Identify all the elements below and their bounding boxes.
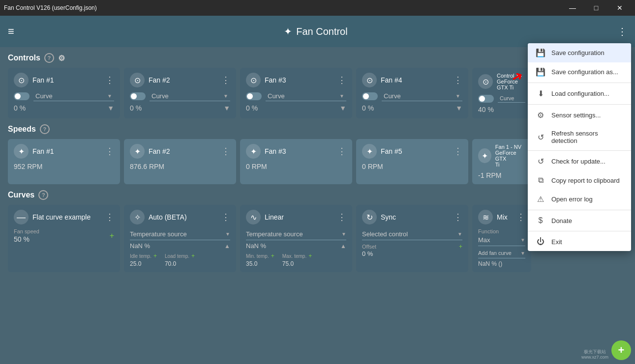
speed-card-header-fan1: ✦ Fan #1 ⋮ <box>14 144 114 159</box>
linear-icon: ∿ <box>246 210 261 224</box>
menu-item-check-update[interactable]: ↺ Check for update... <box>528 152 631 171</box>
fan1-pct-row: 0 % ▼ <box>14 104 114 112</box>
fan1-dropdown[interactable]: Curve ▼ <box>33 91 114 101</box>
minimize-button[interactable]: — <box>561 0 584 16</box>
sfan1-menu-icon[interactable]: ⋮ <box>105 146 114 157</box>
auto-idle-plus[interactable]: + <box>153 252 157 259</box>
fan3-expand-icon[interactable]: ▼ <box>339 104 346 112</box>
fan2-menu-icon[interactable]: ⋮ <box>221 75 230 85</box>
menu-item-open-error-log[interactable]: ⚠ Open error log <box>528 190 631 209</box>
menu-item-exit[interactable]: ⏻ Exit <box>528 232 631 251</box>
menu-item-donate[interactable]: $ Donate <box>528 211 631 230</box>
sync-offset-val: 0 % <box>362 250 373 257</box>
app-title: Fan Control V126 (userConfig.json) <box>4 4 97 11</box>
mix-menu-icon[interactable]: ⋮ <box>516 212 525 223</box>
fan4-dropdown[interactable]: Curve ▼ <box>382 91 462 101</box>
fan4-title: Fan #4 <box>381 76 402 84</box>
menu-divider-4 <box>528 210 631 210</box>
auto-idle-val: 25.0 <box>130 260 157 267</box>
auto-up-icon[interactable]: ▲ <box>224 243 230 250</box>
speeds-help-icon[interactable]: ? <box>40 124 50 134</box>
control1-dropdown[interactable]: Curve <box>498 94 525 103</box>
auto-load-val: 70.0 <box>165 260 195 267</box>
card-header-fan4: ⊙ Fan #4 ⋮ <box>362 73 462 87</box>
close-button[interactable]: ✕ <box>608 0 631 16</box>
linear-temp-dropdown[interactable]: Temperature source ▼ <box>246 228 346 240</box>
sfan3-rpm: 0 RPM <box>246 163 346 170</box>
maximize-button[interactable]: □ <box>585 0 607 16</box>
flat-speed-value: 50 % <box>14 235 39 243</box>
save-config-as-icon: 💾 <box>536 67 545 77</box>
menu-item-refresh-sensors[interactable]: ↺ Refresh sensors detection <box>528 125 631 149</box>
sensor-settings-icon: ⚙ <box>536 111 545 120</box>
fan4-dropdown-value: Curve <box>384 92 401 100</box>
menu-item-load-config[interactable]: ⬇ Load configuration... <box>528 84 631 103</box>
fan4-toggle[interactable] <box>362 92 378 100</box>
fan4-menu-icon[interactable]: ⋮ <box>454 75 462 85</box>
mix-add-curve-dropdown[interactable]: Add fan curve ▼ <box>478 248 525 258</box>
sfan2-menu-icon[interactable]: ⋮ <box>221 146 230 157</box>
curves-help-icon[interactable]: ? <box>38 190 48 200</box>
fan2-expand-icon[interactable]: ▼ <box>223 104 230 112</box>
card-header-fan1: ⊙ Fan #1 ⋮ <box>14 73 114 87</box>
sync-title: Sync <box>381 213 396 221</box>
sync-offset-plus[interactable]: + <box>459 243 462 250</box>
fan3-percent: 0 % <box>246 104 258 112</box>
fan3-toggle[interactable] <box>246 92 262 100</box>
fan1-icon: ⊙ <box>14 73 29 87</box>
linear-up-icon[interactable]: ▲ <box>340 243 346 250</box>
menu-item-copy-report[interactable]: ⧉ Copy report to clipboard <box>528 171 631 190</box>
exit-label: Exit <box>551 238 562 246</box>
more-menu-button[interactable]: ⋮ <box>617 26 627 37</box>
controls-wrench-icon[interactable]: ⚙ <box>58 54 65 63</box>
fan3-dropdown[interactable]: Curve ▼ <box>266 91 346 101</box>
fan3-dropdown-arrow: ▼ <box>339 93 344 99</box>
fan1-expand-icon[interactable]: ▼ <box>107 104 114 112</box>
fan3-control-row: Curve ▼ <box>246 91 346 101</box>
fan2-dropdown[interactable]: Curve ▼ <box>150 91 230 101</box>
sync-menu-icon[interactable]: ⋮ <box>454 212 462 223</box>
copy-report-icon: ⧉ <box>536 176 545 185</box>
sync-control-dropdown[interactable]: Selected control ▼ <box>362 228 462 240</box>
menu-item-sensor-settings[interactable]: ⚙ Sensor settings... <box>528 106 631 125</box>
sync-icon: ↻ <box>362 210 377 224</box>
fan4-expand-icon[interactable]: ▼ <box>455 104 462 112</box>
auto-menu-icon[interactable]: ⋮ <box>221 212 230 223</box>
sfan1nv-title: Fan 1 - NVGeForce GTXTi <box>495 144 525 168</box>
load-config-icon: ⬇ <box>536 89 545 98</box>
flat-speed-row: Fan speed 50 % + <box>14 228 114 243</box>
fan1-dropdown-arrow: ▼ <box>107 93 112 99</box>
linear-max-plus[interactable]: + <box>308 252 312 259</box>
auto-temp-dropdown[interactable]: Temperature source ▼ <box>130 228 230 240</box>
linear-min-plus[interactable]: + <box>271 252 274 259</box>
flat-menu-icon[interactable]: ⋮ <box>105 212 114 223</box>
linear-menu-icon[interactable]: ⋮ <box>337 212 346 223</box>
fan1-toggle[interactable] <box>14 92 30 100</box>
hamburger-menu[interactable]: ≡ <box>8 25 14 38</box>
linear-max-val: 75.0 <box>282 260 312 267</box>
auto-icon: ✧ <box>130 210 145 224</box>
auto-load-plus[interactable]: + <box>191 252 195 259</box>
control-card-fan2: ⊙ Fan #2 ⋮ Curve ▼ 0 % ▼ <box>124 68 236 118</box>
mix-function-dropdown[interactable]: Max ▼ <box>478 234 525 246</box>
sync-offset-label: Offset <box>362 244 376 250</box>
app-name: Fan Control <box>296 26 348 37</box>
fan4-pct-row: 0 % ▼ <box>362 104 462 112</box>
linear-curve-header: ∿ Linear ⋮ <box>246 210 346 224</box>
fan3-menu-icon[interactable]: ⋮ <box>337 75 346 85</box>
menu-item-save-config-as[interactable]: 💾 Save configuration as... <box>528 62 631 82</box>
sfan5-menu-icon[interactable]: ⋮ <box>454 146 462 157</box>
control1-toggle[interactable] <box>478 95 494 103</box>
fan1-menu-icon[interactable]: ⋮ <box>105 75 114 85</box>
auto-title: Auto (BETA) <box>149 213 187 221</box>
curve-card-mix: ≋ Mix ⋮ Function Max ▼ Add fan curve ▼ N… <box>472 205 531 272</box>
flat-plus-icon[interactable]: + <box>110 231 114 240</box>
sfan3-menu-icon[interactable]: ⋮ <box>337 146 346 157</box>
mix-function-val: Max <box>478 236 490 244</box>
fan3-pct-row: 0 % ▼ <box>246 104 346 112</box>
fan-icon: ✦ <box>284 26 292 37</box>
fan2-toggle[interactable] <box>130 92 146 100</box>
controls-help-icon[interactable]: ? <box>44 53 54 63</box>
sfan1nv-rpm: -1 RPM <box>478 171 525 179</box>
menu-item-save-config[interactable]: 💾 Save configuration <box>528 43 631 62</box>
